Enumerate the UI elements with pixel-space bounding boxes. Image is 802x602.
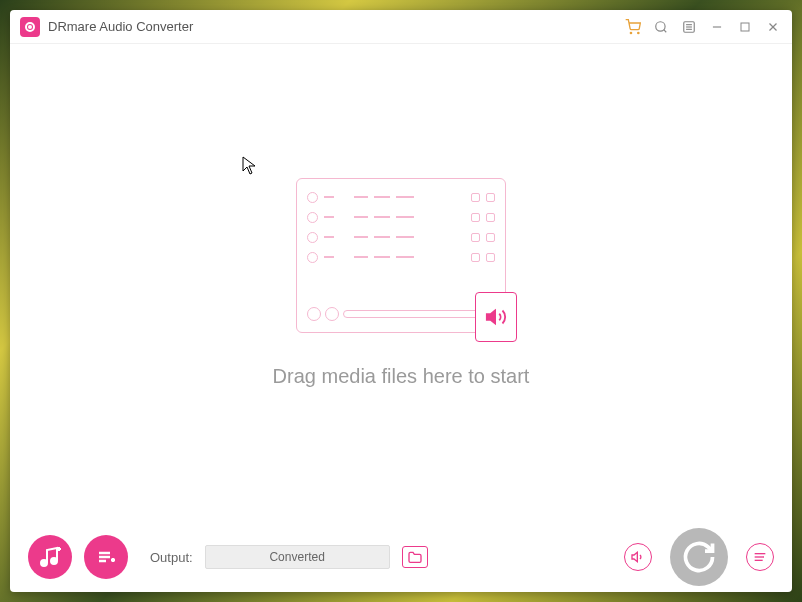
- cart-icon[interactable]: [624, 18, 642, 36]
- menu-icon[interactable]: [680, 18, 698, 36]
- svg-line-3: [664, 29, 667, 32]
- svg-marker-22: [632, 552, 637, 561]
- minimize-button[interactable]: [708, 18, 726, 36]
- svg-rect-9: [741, 23, 749, 31]
- format-settings-button[interactable]: [624, 543, 652, 571]
- close-button[interactable]: [764, 18, 782, 36]
- dropzone-illustration: [296, 178, 506, 333]
- cursor-icon: [242, 156, 258, 176]
- titlebar-controls: [624, 18, 782, 36]
- app-logo-icon: [20, 17, 40, 37]
- add-music-button[interactable]: [28, 535, 72, 579]
- list-settings-button[interactable]: [746, 543, 774, 571]
- svg-marker-12: [487, 311, 495, 324]
- output-path-field[interactable]: Converted: [205, 545, 390, 569]
- svg-point-0: [630, 32, 631, 33]
- add-playlist-button[interactable]: [84, 535, 128, 579]
- convert-button[interactable]: [670, 528, 728, 586]
- search-icon[interactable]: [652, 18, 670, 36]
- svg-point-2: [656, 21, 665, 30]
- drop-hint-text: Drag media files here to start: [273, 365, 530, 388]
- output-path-value: Converted: [269, 550, 324, 564]
- app-window: DRmare Audio Converter: [10, 10, 792, 592]
- svg-point-13: [41, 560, 47, 566]
- app-title: DRmare Audio Converter: [48, 19, 193, 34]
- svg-point-1: [638, 32, 639, 33]
- maximize-button[interactable]: [736, 18, 754, 36]
- titlebar: DRmare Audio Converter: [10, 10, 792, 44]
- output-label: Output:: [150, 550, 193, 565]
- bottombar: Output: Converted: [10, 522, 792, 592]
- browse-folder-button[interactable]: [402, 546, 428, 568]
- drop-zone[interactable]: Drag media files here to start: [10, 44, 792, 522]
- sound-icon: [475, 292, 517, 342]
- svg-point-14: [51, 558, 57, 564]
